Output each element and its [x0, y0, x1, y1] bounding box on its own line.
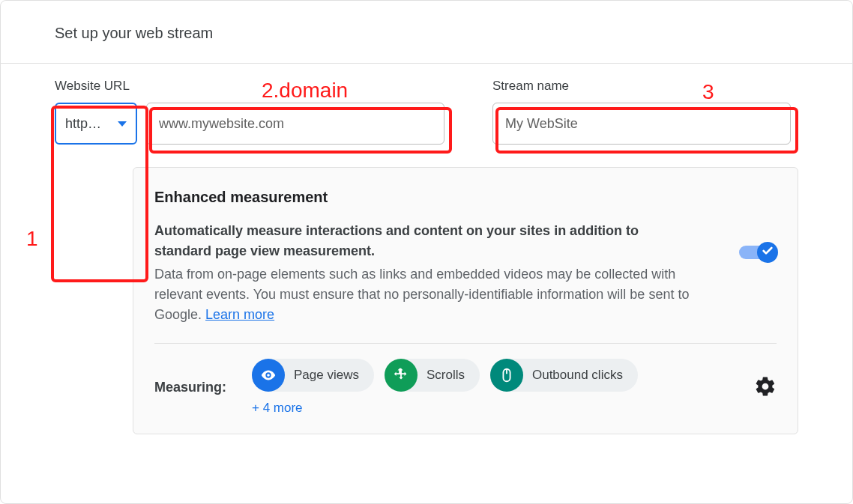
eye-icon [252, 359, 285, 392]
protocol-select-value: http… [65, 116, 113, 132]
website-url-group: Website URL http… http:// https:// [55, 79, 444, 145]
enhanced-title: Enhanced measurement [154, 189, 777, 206]
chevron-down-icon [118, 121, 127, 127]
enhanced-toggle[interactable] [739, 243, 777, 262]
enhanced-description: Data from on-page elements such as links… [154, 264, 709, 325]
stream-name-group: Stream name [492, 79, 791, 145]
chip-label: Outbound clicks [532, 368, 623, 383]
chip-outbound-clicks: Outbound clicks [490, 359, 638, 392]
stream-name-label: Stream name [492, 79, 791, 94]
more-chips-link[interactable]: + 4 more [252, 401, 638, 416]
toggle-knob [757, 242, 778, 263]
learn-more-link[interactable]: Learn more [205, 307, 274, 322]
setup-web-stream-panel: Set up your web stream Website URL http…… [0, 0, 853, 504]
stream-name-input[interactable] [492, 103, 791, 145]
chip-label: Page views [294, 368, 359, 383]
scroll-icon [385, 359, 418, 392]
page-title: Set up your web stream [55, 25, 852, 42]
chip-label: Scrolls [426, 368, 465, 383]
spacer [444, 79, 492, 145]
website-url-label: Website URL [55, 79, 444, 94]
measuring-label: Measuring: [154, 380, 252, 395]
panel-header: Set up your web stream [1, 1, 852, 64]
enhanced-subtitle: Automatically measure interactions and c… [154, 221, 694, 261]
measuring-row: Measuring: Page views Scrolls [154, 359, 777, 416]
url-input-row: http… http:// https:// [55, 103, 444, 145]
check-icon [762, 245, 774, 260]
mouse-icon [490, 359, 523, 392]
chip-page-views: Page views [252, 359, 374, 392]
annotation-label-1: 1 [26, 227, 38, 251]
gear-icon [754, 387, 777, 400]
settings-button[interactable] [754, 375, 777, 398]
protocol-select[interactable]: http… http:// https:// [55, 103, 137, 145]
chip-scrolls: Scrolls [385, 359, 480, 392]
card-divider [154, 343, 777, 344]
website-url-input[interactable] [146, 103, 444, 145]
enhanced-measurement-card: Enhanced measurement Automatically measu… [133, 167, 798, 434]
measurement-chips: Page views Scrolls Outbound clicks [252, 359, 638, 392]
chips-wrap: Page views Scrolls Outbound clicks [252, 359, 638, 416]
form-row: Website URL http… http:// https:// Strea… [1, 64, 852, 145]
